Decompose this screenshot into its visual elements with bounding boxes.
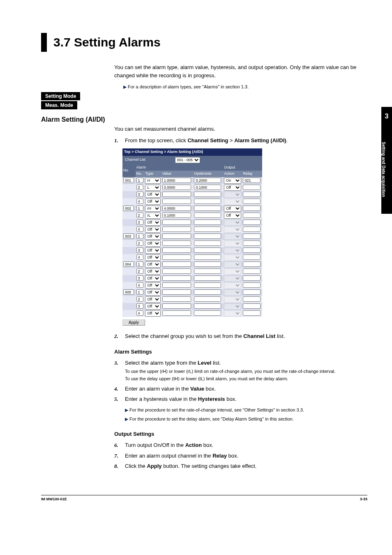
hysteresis-input[interactable]	[194, 240, 221, 246]
value-input[interactable]	[162, 268, 191, 274]
hysteresis-input[interactable]	[194, 213, 221, 218]
channel-list-select[interactable]: 001 - 005	[175, 157, 200, 163]
action-select[interactable]	[224, 296, 241, 303]
hysteresis-input[interactable]	[194, 282, 221, 288]
relay-input[interactable]	[243, 220, 260, 225]
action-select[interactable]	[224, 199, 241, 205]
hysteresis-input[interactable]	[194, 220, 221, 225]
action-select[interactable]	[224, 310, 241, 317]
type-select[interactable]: Off	[145, 220, 160, 226]
action-select[interactable]: Off	[224, 206, 241, 212]
value-input[interactable]	[162, 178, 191, 183]
action-select[interactable]	[224, 227, 241, 233]
relay-input[interactable]	[243, 178, 260, 183]
action-select[interactable]	[224, 268, 241, 275]
value-input[interactable]	[162, 282, 191, 288]
value-input[interactable]	[162, 240, 191, 246]
type-select[interactable]: Off	[145, 199, 160, 205]
value-input[interactable]	[162, 220, 191, 225]
value-input[interactable]	[162, 310, 191, 316]
hysteresis-input[interactable]	[194, 178, 221, 183]
action-select[interactable]	[224, 289, 241, 296]
relay-input[interactable]	[243, 192, 260, 197]
relay-input[interactable]	[243, 261, 260, 267]
type-select[interactable]: Off	[145, 303, 160, 310]
relay-input[interactable]	[243, 234, 260, 239]
type-select[interactable]: Off	[145, 310, 160, 317]
hysteresis-input[interactable]	[194, 268, 221, 274]
type-select[interactable]: rH	[145, 206, 160, 212]
type-select[interactable]: Off	[145, 227, 160, 233]
relay-input[interactable]	[243, 254, 260, 260]
relay-input[interactable]	[243, 275, 260, 281]
type-select[interactable]: L	[145, 185, 160, 191]
type-select[interactable]: Off	[145, 275, 160, 282]
relay-input[interactable]	[243, 296, 260, 302]
value-input[interactable]	[162, 185, 191, 190]
type-select[interactable]: Off	[145, 296, 160, 303]
action-select[interactable]: Off	[224, 185, 241, 191]
type-select[interactable]: Off	[145, 289, 160, 296]
type-select[interactable]: Off	[145, 234, 160, 240]
type-select[interactable]: Off	[145, 282, 160, 289]
relay-input[interactable]	[243, 282, 260, 288]
hysteresis-input[interactable]	[194, 296, 221, 302]
action-select[interactable]	[224, 282, 241, 289]
hysteresis-input[interactable]	[194, 261, 221, 267]
action-select[interactable]	[224, 234, 241, 240]
relay-input[interactable]	[243, 206, 260, 211]
action-select[interactable]	[224, 275, 241, 282]
hysteresis-input[interactable]	[194, 185, 221, 190]
value-input[interactable]	[162, 289, 191, 295]
relay-input[interactable]	[243, 310, 260, 316]
value-input[interactable]	[162, 234, 191, 239]
hysteresis-input[interactable]	[194, 303, 221, 309]
action-select[interactable]	[224, 303, 241, 310]
hysteresis-input[interactable]	[194, 247, 221, 253]
hysteresis-input[interactable]	[194, 289, 221, 295]
value-input[interactable]	[162, 227, 191, 232]
relay-input[interactable]	[243, 227, 260, 232]
value-input[interactable]	[162, 303, 191, 309]
type-select[interactable]: Off	[145, 261, 160, 268]
apply-button[interactable]: Apply	[122, 319, 145, 326]
hysteresis-input[interactable]	[194, 275, 221, 281]
relay-input[interactable]	[243, 303, 260, 309]
relay-input[interactable]	[243, 289, 260, 295]
type-select[interactable]: Off	[145, 268, 160, 275]
relay-input[interactable]	[243, 240, 260, 246]
relay-input[interactable]	[243, 185, 260, 190]
hysteresis-input[interactable]	[194, 192, 221, 197]
value-input[interactable]	[162, 192, 191, 197]
hysteresis-input[interactable]	[194, 199, 221, 204]
type-select[interactable]: H	[145, 178, 160, 184]
relay-input[interactable]	[243, 247, 260, 253]
action-select[interactable]	[224, 254, 241, 261]
hysteresis-input[interactable]	[194, 234, 221, 239]
type-select[interactable]: Off	[145, 254, 160, 261]
type-select[interactable]: Off	[145, 240, 160, 247]
action-select[interactable]	[224, 192, 241, 198]
value-input[interactable]	[162, 199, 191, 204]
type-select[interactable]: rL	[145, 213, 160, 219]
relay-input[interactable]	[243, 199, 260, 204]
value-input[interactable]	[162, 275, 191, 281]
value-input[interactable]	[162, 213, 191, 218]
hysteresis-input[interactable]	[194, 206, 221, 211]
type-select[interactable]: Off	[145, 192, 160, 198]
value-input[interactable]	[162, 254, 191, 260]
value-input[interactable]	[162, 261, 191, 267]
type-select[interactable]: Off	[145, 247, 160, 254]
value-input[interactable]	[162, 247, 191, 253]
action-select[interactable]	[224, 220, 241, 226]
relay-input[interactable]	[243, 213, 260, 218]
action-select[interactable]: Off	[224, 213, 241, 219]
hysteresis-input[interactable]	[194, 227, 221, 232]
value-input[interactable]	[162, 206, 191, 211]
hysteresis-input[interactable]	[194, 310, 221, 316]
action-select[interactable]: On	[224, 178, 241, 184]
relay-input[interactable]	[243, 268, 260, 274]
hysteresis-input[interactable]	[194, 254, 221, 260]
action-select[interactable]	[224, 247, 241, 254]
action-select[interactable]	[224, 240, 241, 247]
